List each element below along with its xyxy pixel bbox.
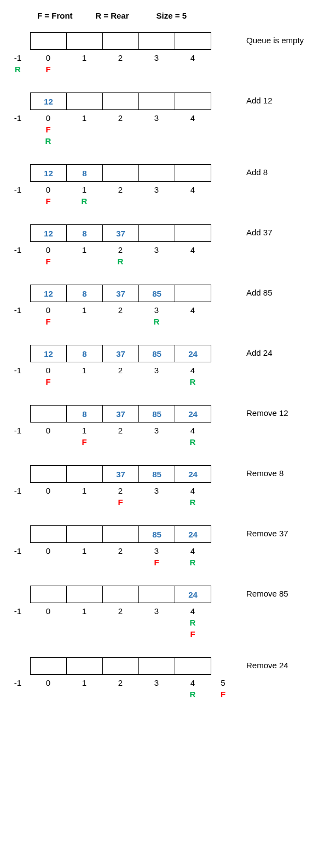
queue-cell: 85 xyxy=(139,466,175,482)
state-caption: Queue is empty xyxy=(246,36,304,45)
index-label: 4 xyxy=(175,113,211,123)
index-label: 2 xyxy=(102,546,138,555)
pointer-slot xyxy=(102,618,138,627)
queue-cell: 85 xyxy=(139,285,175,302)
pointer-slot xyxy=(5,136,30,146)
pointer-slot xyxy=(102,317,138,326)
queue-array: 378524 xyxy=(30,465,211,483)
index-label: 3 xyxy=(138,486,175,495)
queue-array: 12 xyxy=(30,92,211,110)
index-label: 2 xyxy=(102,678,138,687)
queue-cell xyxy=(139,225,175,241)
index-label: 1 xyxy=(66,546,102,555)
index-label: 3 xyxy=(138,678,175,687)
index-label: 2 xyxy=(102,245,138,254)
index-label: 4 xyxy=(175,366,211,375)
index-label: 0 xyxy=(30,426,66,435)
index-label: 3 xyxy=(138,185,175,194)
front-pointer: F xyxy=(102,497,138,507)
pointer-slot xyxy=(66,65,102,74)
queue-cell: 24 xyxy=(175,586,211,603)
queue-array: 8378524 xyxy=(30,405,211,423)
queue-state: Remove 8378524-101234FR xyxy=(5,465,319,507)
queue-cell: 37 xyxy=(103,406,139,422)
index-label: 3 xyxy=(138,305,175,315)
queue-state: Add 3712837-101234FR xyxy=(5,224,319,266)
pointer-slot xyxy=(102,125,138,134)
pointer-slot xyxy=(102,690,138,699)
pointer-slot xyxy=(175,196,211,206)
rear-pointer: R xyxy=(175,497,211,507)
state-caption: Remove 12 xyxy=(246,408,288,418)
queue-array xyxy=(30,657,211,675)
pointer-slot xyxy=(175,125,211,134)
rear-pointer: R xyxy=(175,618,211,627)
queue-cell xyxy=(139,658,175,674)
queue-state: Remove 128378524-101234FR xyxy=(5,405,319,447)
queue-cell: 85 xyxy=(139,345,175,362)
state-caption: Add 24 xyxy=(246,348,273,357)
index-label: 2 xyxy=(102,305,138,315)
queue-cell xyxy=(175,33,211,49)
index-label: 1 xyxy=(66,606,102,616)
pointer-slot xyxy=(175,136,211,146)
front-pointer: F xyxy=(30,196,66,206)
queue-array: 24 xyxy=(30,586,211,603)
index-label: 4 xyxy=(175,426,211,435)
index-label: 4 xyxy=(175,245,211,254)
index-label: 0 xyxy=(30,486,66,495)
queue-cell: 8 xyxy=(67,225,103,241)
pointer-slot xyxy=(5,196,30,206)
queue-cell xyxy=(175,658,211,674)
queue-cell xyxy=(31,526,67,542)
pointer-slot xyxy=(66,690,102,699)
index-label: 1 xyxy=(66,486,102,495)
pointer-slot xyxy=(66,125,102,134)
queue-cell xyxy=(175,225,211,241)
index-label: 0 xyxy=(30,245,66,254)
queue-cell xyxy=(31,466,67,482)
pointer-slot xyxy=(102,196,138,206)
queue-cell xyxy=(139,33,175,49)
queue-state: Add 24128378524-101234FR xyxy=(5,345,319,386)
pointer-slot xyxy=(138,618,175,627)
pointer-slot xyxy=(66,317,102,326)
post-index: 5 xyxy=(211,678,235,687)
pointer-slot xyxy=(30,690,66,699)
queue-cell: 12 xyxy=(31,165,67,181)
queue-cell: 12 xyxy=(31,225,67,241)
index-label: 3 xyxy=(138,113,175,123)
queue-cell xyxy=(103,165,139,181)
front-pointer: F xyxy=(175,629,211,639)
rear-pointer: R xyxy=(175,690,211,699)
pointer-slot xyxy=(138,136,175,146)
state-caption: Remove 8 xyxy=(246,468,284,478)
pointer-slot xyxy=(30,497,66,507)
queue-state: Remove 8524-101234RF xyxy=(5,586,319,639)
index-label: 2 xyxy=(102,606,138,616)
index-label: 1 xyxy=(66,366,102,375)
queue-cell xyxy=(103,526,139,542)
queue-array: 12837 xyxy=(30,224,211,242)
queue-cell xyxy=(67,526,103,542)
queue-cell: 12 xyxy=(31,285,67,302)
index-label: 2 xyxy=(102,53,138,62)
queue-cell xyxy=(139,93,175,109)
index-label: 1 xyxy=(66,245,102,254)
queue-cell xyxy=(103,658,139,674)
index-label: 4 xyxy=(175,606,211,616)
state-caption: Add 8 xyxy=(246,167,268,177)
pointer-slot xyxy=(5,125,30,134)
pointer-slot xyxy=(138,437,175,447)
index-label: 1 xyxy=(66,426,102,435)
pointer-slot xyxy=(30,558,66,567)
pointer-slot xyxy=(66,558,102,567)
pointer-slot xyxy=(5,558,30,567)
queue-cell: 8 xyxy=(67,345,103,362)
queue-cell: 12 xyxy=(31,345,67,362)
rear-pointer: R xyxy=(175,558,211,567)
queue-cell xyxy=(175,165,211,181)
index-label: 2 xyxy=(102,426,138,435)
pointer-slot xyxy=(5,690,30,699)
pointer-slot xyxy=(138,257,175,266)
